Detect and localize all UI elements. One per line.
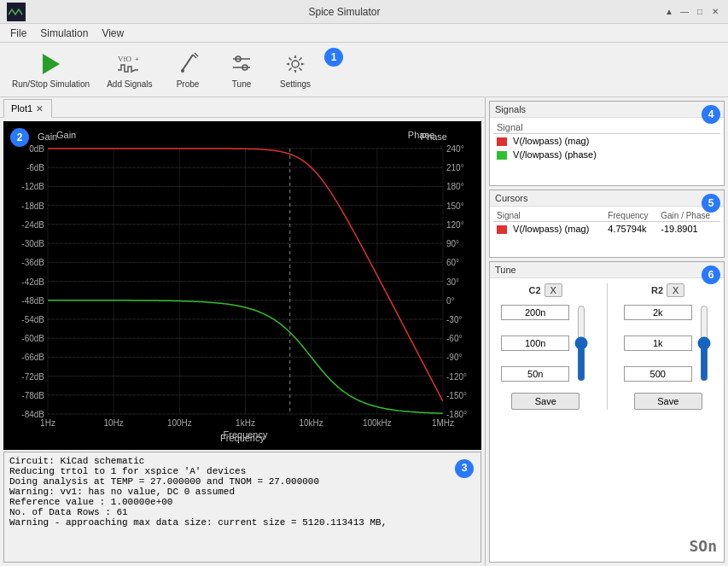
signal-cell-1: V(/lowpass) (phase) xyxy=(493,148,720,161)
signals-title: Signals xyxy=(490,102,724,118)
probe-button[interactable]: Probe xyxy=(165,47,212,92)
badge-console: 3 xyxy=(455,459,474,478)
console-line-1: Reducing trtol to 1 for xspice 'A' devic… xyxy=(9,466,475,476)
tune-r2-slider[interactable] xyxy=(696,305,713,382)
settings-label: Settings xyxy=(280,79,311,89)
tune-button[interactable]: Tune xyxy=(218,47,265,92)
app-logo xyxy=(7,3,26,21)
window-controls[interactable]: ▲ — □ ✕ xyxy=(663,6,721,18)
toolbar: Run/Stop Simulation VfO + Add Signals Pr… xyxy=(0,43,728,97)
tune-r2-x-btn[interactable]: X xyxy=(667,283,684,297)
tune-c2-val-1: 100n xyxy=(501,336,569,351)
title-bar: Spice Simulator ▲ — □ ✕ xyxy=(0,0,728,24)
signal-color-0 xyxy=(497,137,507,146)
tune-c2-slider-wrap xyxy=(573,301,590,386)
tune-c2-values: 200n 100n 50n xyxy=(501,305,569,382)
phase-label: Phase xyxy=(421,131,447,142)
tune-section: Tune 6 C2 X 200n 100n 5 xyxy=(489,261,725,563)
run-stop-label: Run/Stop Simulation xyxy=(12,79,90,89)
svg-point-11 xyxy=(292,61,299,67)
tune-c2-label: C2 xyxy=(529,285,541,295)
svg-line-3 xyxy=(183,55,193,70)
cursor-signal-0: V(/lowpass) (mag) xyxy=(493,222,604,236)
tab-bar: Plot1 ✕ xyxy=(0,97,485,118)
left-panel: Plot1 ✕ 2 Gain Phase Frequency Circuit: … xyxy=(0,97,485,566)
run-stop-button[interactable]: Run/Stop Simulation xyxy=(7,47,95,92)
menu-bar: File Simulation View xyxy=(0,24,728,43)
tune-divider xyxy=(607,283,608,410)
signal-label-0: V(/lowpass) (mag) xyxy=(513,136,589,146)
tune-c2-slider-group: 200n 100n 50n xyxy=(501,301,590,386)
menu-simulation[interactable]: Simulation xyxy=(33,26,95,40)
close-btn[interactable]: ✕ xyxy=(709,6,721,18)
svg-point-4 xyxy=(181,69,184,73)
cursor-freq-0: 4.75794k xyxy=(604,222,657,236)
tab-plot1-label: Plot1 xyxy=(11,103,32,114)
cursors-title: Cursors xyxy=(490,190,724,207)
settings-button[interactable]: Settings xyxy=(272,47,319,92)
tune-r2-save-btn[interactable]: Save xyxy=(634,393,702,410)
tune-r2-val-0: 2k xyxy=(624,305,692,320)
tune-r2-val-1: 1k xyxy=(624,336,692,351)
minimize-btn2[interactable]: — xyxy=(678,6,690,18)
probe-icon xyxy=(174,50,201,78)
tune-r2-slider-wrap xyxy=(696,301,713,386)
cursor-row-0: V(/lowpass) (mag) 4.75794k -19.8901 xyxy=(493,222,720,236)
svg-text:+: + xyxy=(135,55,139,63)
tab-plot1[interactable]: Plot1 ✕ xyxy=(3,99,52,118)
console-line-2: Doing analysis at TEMP = 27.000000 and T… xyxy=(9,476,475,487)
cursor-col-0: Signal xyxy=(493,210,604,222)
son-label: SOn xyxy=(689,537,717,555)
signals-table: Signal V(/lowpass) (mag) V(/lowpass) (ph… xyxy=(493,121,720,161)
console-line-3: Warning: vv1: has no value, DC 0 assumed xyxy=(9,487,475,497)
cursor-color-0 xyxy=(497,225,507,234)
freq-label: Frequency xyxy=(220,433,265,443)
probe-label: Probe xyxy=(177,79,200,89)
plot-area: 2 Gain Phase Frequency xyxy=(3,121,481,450)
signal-label-1: V(/lowpass) (phase) xyxy=(513,149,597,160)
tune-c2-slider[interactable] xyxy=(573,305,590,382)
cursor-col-1: Frequency xyxy=(604,210,657,222)
badge-plot: 2 xyxy=(10,128,29,147)
tune-col-r2: R2 X 2k 1k 500 Save xyxy=(618,283,719,410)
tune-r2-label: R2 xyxy=(651,285,663,295)
menu-file[interactable]: File xyxy=(3,26,33,40)
menu-view[interactable]: View xyxy=(95,26,131,40)
cursor-signal-label-0: V(/lowpass) (mag) xyxy=(513,224,589,234)
play-icon xyxy=(38,50,65,78)
tune-c2-x-btn[interactable]: X xyxy=(545,283,562,297)
tune-c2-save-btn[interactable]: Save xyxy=(511,393,579,410)
plot-canvas xyxy=(3,121,481,450)
console-area[interactable]: Circuit: KiCad schematic Reducing trtol … xyxy=(3,452,481,563)
tune-title: Tune xyxy=(490,262,724,278)
signal-row-0: V(/lowpass) (mag) xyxy=(493,134,720,149)
signal-col-header: Signal xyxy=(493,121,720,134)
cursors-table: Signal Frequency Gain / Phase V(/lowpass… xyxy=(493,210,720,236)
gear-icon xyxy=(282,50,309,78)
badge-tune: 6 xyxy=(702,265,720,284)
tune-label: Tune xyxy=(232,79,251,89)
console-line-4: Reference value : 1.00000e+00 xyxy=(9,497,475,507)
signals-section: Signals Signal V(/lowpass) (mag) xyxy=(489,101,725,186)
maximize-btn[interactable]: □ xyxy=(694,6,706,18)
add-signals-button[interactable]: VfO + Add Signals xyxy=(102,47,157,92)
tune-c2-val-2: 50n xyxy=(501,366,569,382)
tune-c2-header: C2 X xyxy=(495,283,597,297)
minimize-btn[interactable]: ▲ xyxy=(663,6,675,18)
tune-r2-values: 2k 1k 500 xyxy=(624,305,692,382)
signal-color-1 xyxy=(497,151,507,160)
tune-icon xyxy=(228,50,255,78)
svg-line-6 xyxy=(195,53,198,56)
badge-cursors: 5 xyxy=(702,194,720,213)
console-line-6: Warning - approaching max data size: cur… xyxy=(9,517,475,528)
tune-col-c2: C2 X 200n 100n 50n Save xyxy=(495,283,597,410)
svg-line-5 xyxy=(193,55,196,58)
waveform-icon: VfO + xyxy=(116,50,143,78)
window-title: Spice Simulator xyxy=(26,6,663,18)
main-content: Plot1 ✕ 2 Gain Phase Frequency Circuit: … xyxy=(0,97,728,566)
tab-close-icon[interactable]: ✕ xyxy=(36,104,43,114)
badge-signals: 4 xyxy=(702,105,720,124)
tune-c2-val-0: 200n xyxy=(501,305,569,320)
add-signals-label: Add Signals xyxy=(107,79,152,89)
svg-text:VfO: VfO xyxy=(118,55,131,63)
